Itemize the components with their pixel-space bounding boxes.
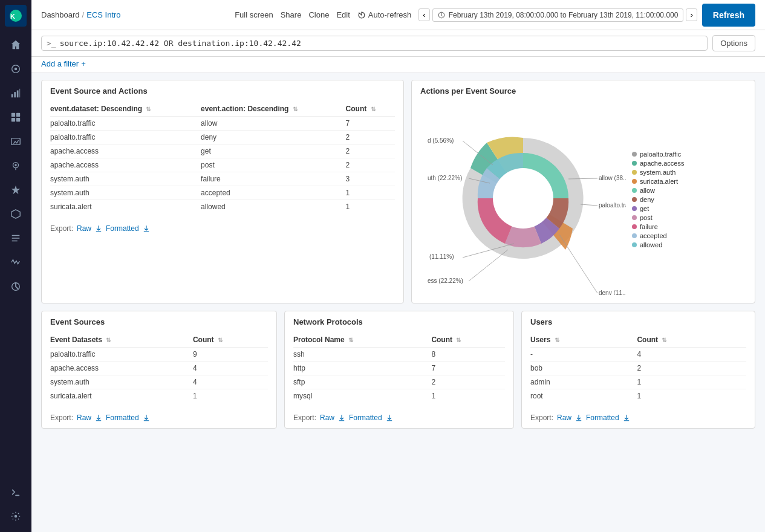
formatted-export-link[interactable]: Formatted: [106, 224, 139, 233]
share-button[interactable]: Share: [281, 10, 302, 19]
legend-label: paloalto.traffic: [640, 151, 681, 158]
sidebar-icon-visualize[interactable]: [5, 82, 27, 104]
sidebar-icon-apm[interactable]: [5, 251, 27, 273]
cell-count: 8: [431, 348, 505, 362]
sidebar-icon-logs[interactable]: [5, 227, 27, 249]
svg-rect-9: [16, 113, 20, 117]
col-event-action[interactable]: event.action: Descending ⇅: [201, 102, 346, 117]
time-range-picker[interactable]: February 13th 2019, 08:00:00.000 to Febr…: [432, 8, 684, 22]
col-u-user[interactable]: Users ⇅: [530, 332, 637, 348]
cell-event-dataset: system.auth: [50, 172, 201, 186]
es-raw-link[interactable]: Raw: [77, 414, 91, 422]
legend-dot: [632, 242, 637, 247]
cell-count: 2: [346, 144, 395, 158]
table-row: root 1: [530, 389, 746, 403]
sidebar-icon-ml[interactable]: [5, 179, 27, 201]
refresh-button[interactable]: Refresh: [702, 4, 755, 27]
svg-rect-4: [11, 94, 13, 97]
users-table: Users ⇅ Count ⇅ - 4bob: [530, 332, 746, 403]
sidebar-icon-siem[interactable]: [5, 203, 27, 225]
raw-export-link[interactable]: Raw: [77, 224, 91, 233]
col-count[interactable]: Count ⇅: [346, 102, 395, 117]
sidebar-icon-uptime[interactable]: [5, 276, 27, 297]
cell-count: 2: [637, 362, 746, 375]
options-button[interactable]: Options: [712, 35, 755, 51]
col-es-event-dataset[interactable]: Event Datasets ⇅: [50, 332, 193, 348]
np-raw-link[interactable]: Raw: [320, 414, 334, 422]
donut-chart-svg: d (5.56%) uth (22.22%) (11.11%) ess (22.…: [420, 102, 626, 295]
table-row: admin 1: [530, 375, 746, 389]
sidebar-icon-discover[interactable]: [5, 58, 27, 80]
clone-button[interactable]: Clone: [308, 10, 329, 19]
breadcrumb-current: ECS Intro: [86, 10, 120, 19]
users-body: Users ⇅ Count ⇅ - 4bob: [522, 326, 755, 409]
time-next-button[interactable]: ›: [686, 8, 697, 21]
cell-event-action: post: [201, 158, 346, 172]
topbar-actions: Full screen Share Clone Edit Auto-refres…: [235, 8, 697, 22]
sidebar-icon-dashboard[interactable]: [5, 106, 27, 128]
svg-text:(11.11%): (11.11%): [429, 253, 454, 260]
add-filter-button[interactable]: Add a filter +: [41, 59, 755, 68]
svg-point-19: [493, 168, 553, 229]
sidebar-icon-management[interactable]: [5, 505, 27, 527]
cell-event-dataset: apache.access: [50, 144, 201, 158]
es-formatted-link[interactable]: Formatted: [106, 414, 139, 422]
time-prev-button[interactable]: ‹: [418, 8, 429, 21]
svg-text:allow (38...: allow (38...: [599, 175, 626, 181]
formatted-download-icon: [143, 225, 150, 232]
cell-event-action: get: [201, 144, 346, 158]
col-u-count[interactable]: Count ⇅: [637, 332, 746, 348]
table-row: apache.access post 2: [50, 158, 395, 172]
cell-count: 1: [193, 389, 268, 403]
legend-dot: [632, 215, 637, 220]
sidebar-icon-canvas[interactable]: [5, 131, 27, 152]
event-sources-body: Event Datasets ⇅ Count ⇅ paloalto.traffi…: [42, 326, 276, 409]
u-formatted-link[interactable]: Formatted: [586, 414, 619, 422]
legend-label: failure: [640, 223, 658, 230]
edit-button[interactable]: Edit: [336, 10, 350, 19]
logo: K: [5, 5, 27, 27]
np-export-label: Export:: [293, 414, 316, 422]
cell-count: 2: [346, 131, 395, 144]
col-np-count[interactable]: Count ⇅: [431, 332, 505, 348]
content-area: Event Source and Actions event.dataset: …: [31, 73, 765, 532]
cell-event-action: accepted: [201, 186, 346, 200]
np-formatted-link[interactable]: Formatted: [349, 414, 382, 422]
sidebar-icon-home[interactable]: [5, 34, 27, 56]
cell-count: 1: [346, 200, 395, 214]
legend-item: allowed: [632, 241, 705, 248]
legend-dot: [632, 188, 637, 193]
sidebar-icon-maps[interactable]: [5, 155, 27, 177]
table-row: paloalto.traffic 9: [50, 348, 268, 362]
filter-bar: Add a filter +: [31, 57, 765, 73]
query-bar: >_ Options: [31, 30, 765, 57]
np-formatted-icon: [386, 414, 393, 421]
col-es-count[interactable]: Count ⇅: [193, 332, 268, 348]
raw-download-icon: [95, 225, 102, 232]
sidebar-icon-devtools[interactable]: [5, 481, 27, 503]
cell-count: 4: [637, 348, 746, 362]
table-row: system.auth accepted 1: [50, 186, 395, 200]
cell-user: root: [530, 389, 637, 403]
cell-user: -: [530, 348, 637, 362]
cell-count: 7: [346, 117, 395, 131]
col-np-protocol-name[interactable]: Protocol Name ⇅: [293, 332, 431, 348]
svg-line-33: [559, 235, 597, 293]
cell-count: 3: [346, 172, 395, 186]
col-event-dataset[interactable]: event.dataset: Descending ⇅: [50, 102, 201, 117]
actions-chart-title: Actions per Event Source: [412, 80, 755, 96]
legend-dot: [632, 179, 637, 184]
event-source-actions-table: event.dataset: Descending ⇅ event.action…: [50, 102, 395, 213]
auto-refresh-label: Auto-refresh: [368, 10, 412, 19]
cell-count: 4: [193, 375, 268, 389]
svg-text:ess (22.22%): ess (22.22%): [428, 277, 463, 284]
legend-item: paloalto.traffic: [632, 151, 705, 158]
auto-refresh-toggle[interactable]: Auto-refresh: [357, 10, 412, 19]
cell-count: 1: [431, 389, 505, 403]
cell-count: 9: [193, 348, 268, 362]
breadcrumb-dashboard[interactable]: Dashboard: [41, 10, 80, 19]
fullscreen-button[interactable]: Full screen: [235, 10, 273, 19]
main-content: Dashboard / ECS Intro Full screen Share …: [31, 0, 765, 532]
query-input[interactable]: [60, 39, 703, 48]
u-raw-link[interactable]: Raw: [557, 414, 571, 422]
